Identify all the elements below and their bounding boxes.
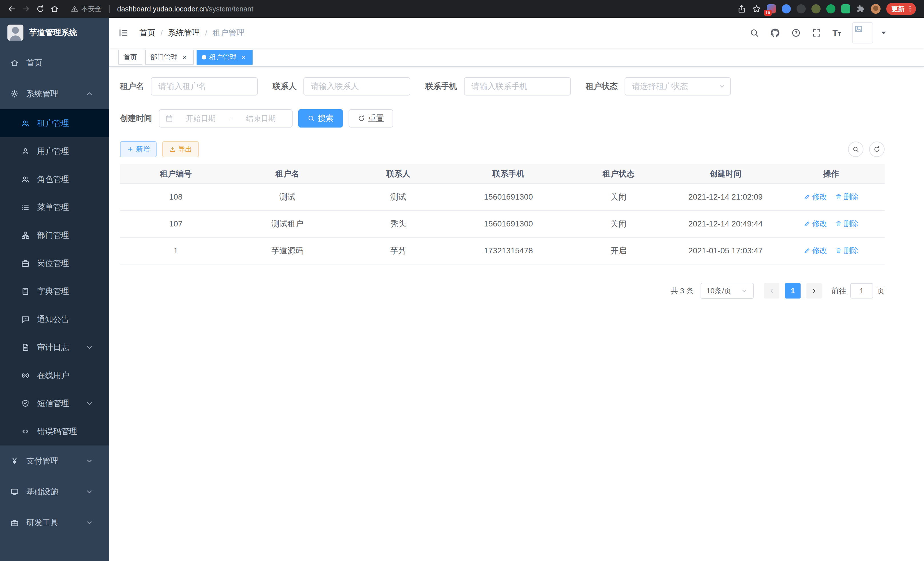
tab-1[interactable]: 部门管理× — [145, 50, 194, 65]
sidebar-item-label: 字典管理 — [37, 286, 69, 297]
sidebar-item-0[interactable]: 首页 — [0, 47, 109, 78]
sidebar-item-14[interactable]: 支付管理 — [0, 445, 109, 476]
cell-tenant-name: 测试 — [232, 183, 344, 211]
tool-icon — [10, 518, 19, 527]
contact-input[interactable] — [303, 77, 410, 96]
sidebar-item-7[interactable]: 岗位管理 — [0, 249, 109, 277]
fullscreen-icon[interactable] — [812, 28, 821, 38]
sidebar-item-15[interactable]: 基础设施 — [0, 476, 109, 507]
github-icon[interactable] — [770, 28, 780, 38]
tab-0[interactable]: 首页 — [118, 50, 142, 65]
address-bar[interactable]: 不安全 dashboard.yudao.iocoder.cn/system/te… — [71, 4, 254, 14]
status-select-input[interactable] — [625, 77, 731, 96]
chevron-down-icon — [85, 457, 94, 465]
tenant-name-input[interactable] — [151, 77, 258, 96]
url-path: /system/tenant — [207, 5, 254, 13]
sidebar-item-8[interactable]: 字典管理 — [0, 277, 109, 305]
extensions-puzzle-icon[interactable] — [856, 4, 865, 14]
cell-actions: 修改删除 — [777, 183, 885, 211]
goto-page-input[interactable] — [850, 283, 873, 299]
extension-green-circle-icon[interactable] — [826, 4, 836, 14]
sidebar-item-5[interactable]: 菜单管理 — [0, 193, 109, 221]
add-button-label: 新增 — [136, 145, 150, 154]
phone-input[interactable] — [464, 77, 571, 96]
sidebar-item-13[interactable]: 错误码管理 — [0, 417, 109, 445]
cell-created: 2021-01-05 17:03:47 — [674, 237, 777, 264]
help-icon[interactable] — [791, 28, 801, 38]
delete-link[interactable]: 删除 — [835, 192, 859, 202]
topbar-icons: TT — [749, 22, 889, 44]
browser-chrome: 不安全 dashboard.yudao.iocoder.cn/system/te… — [0, 0, 924, 18]
bookmark-star-icon[interactable] — [752, 4, 761, 14]
sidebar-item-label: 支付管理 — [26, 456, 58, 466]
caret-down-icon[interactable] — [879, 28, 889, 38]
create-time-label: 创建时间 — [120, 113, 159, 124]
font-size-icon[interactable]: TT — [832, 29, 841, 37]
sidebar-item-10[interactable]: 审计日志 — [0, 333, 109, 361]
delete-link[interactable]: 删除 — [835, 246, 859, 256]
edit-icon — [804, 193, 811, 200]
status-select[interactable] — [625, 77, 731, 96]
header-search-icon[interactable] — [749, 28, 759, 38]
extension-olive-icon[interactable] — [812, 4, 820, 14]
badge-icon — [21, 259, 30, 268]
prev-page-button[interactable] — [764, 283, 779, 299]
share-icon[interactable] — [737, 4, 746, 14]
filter-status: 租户状态 — [586, 77, 731, 96]
sidebar-item-2[interactable]: 租户管理 — [0, 109, 109, 137]
page-1-button[interactable]: 1 — [785, 283, 801, 299]
trash-icon — [835, 247, 842, 254]
extension-dark-icon[interactable] — [796, 4, 806, 14]
browser-reload-icon[interactable] — [33, 2, 47, 16]
refresh-table-button[interactable] — [869, 141, 885, 157]
chevron-down-icon — [718, 83, 726, 90]
add-button[interactable]: 新增 — [120, 141, 157, 157]
edit-link[interactable]: 修改 — [804, 246, 827, 256]
log-icon — [21, 343, 30, 352]
browser-home-icon[interactable] — [47, 2, 62, 16]
chrome-update-button[interactable]: 更新 — [886, 3, 916, 15]
next-page-button[interactable] — [806, 283, 822, 299]
toggle-search-button[interactable] — [848, 141, 863, 157]
edit-link[interactable]: 修改 — [804, 192, 827, 202]
refresh-icon — [873, 146, 880, 153]
tab-2[interactable]: 租户管理× — [196, 50, 253, 65]
tab-close-icon[interactable]: × — [239, 53, 248, 61]
extension-grid-icon[interactable]: 10 — [767, 4, 776, 14]
browser-profile-avatar[interactable] — [871, 4, 880, 14]
sidebar-item-11[interactable]: 在线用户 — [0, 361, 109, 390]
breadcrumb-item-0[interactable]: 首页 — [140, 27, 155, 38]
sidebar-collapse-icon[interactable] — [118, 28, 129, 38]
edit-link[interactable]: 修改 — [804, 219, 827, 229]
sidebar: 芋道管理系统 首页系统管理租户管理用户管理角色管理菜单管理部门管理岗位管理字典管… — [0, 18, 109, 561]
page-size-select[interactable]: 10条/页 — [700, 283, 754, 299]
date-range-picker[interactable]: 开始日期 - 结束日期 — [159, 109, 292, 128]
app-logo[interactable]: 芋道管理系统 — [0, 18, 109, 47]
extension-blue-icon[interactable] — [782, 4, 791, 14]
sidebar-item-label: 基础设施 — [26, 486, 58, 497]
breadcrumb: 首页/系统管理/租户管理 — [140, 27, 244, 38]
sidebar-item-label: 错误码管理 — [37, 426, 77, 437]
sidebar-item-3[interactable]: 用户管理 — [0, 137, 109, 165]
browser-back-icon[interactable] — [4, 2, 19, 16]
export-button[interactable]: 导出 — [162, 141, 199, 157]
breadcrumb-item-1[interactable]: 系统管理 — [168, 27, 200, 38]
sidebar-item-6[interactable]: 部门管理 — [0, 221, 109, 249]
tab-close-icon[interactable]: × — [181, 53, 189, 61]
user-avatar[interactable] — [852, 22, 873, 44]
browser-forward-icon[interactable] — [19, 2, 33, 16]
sidebar-item-4[interactable]: 角色管理 — [0, 165, 109, 193]
url-host: dashboard.yudao.iocoder.cn — [117, 5, 207, 13]
chevron-right-icon — [811, 287, 818, 294]
security-warning[interactable]: 不安全 — [71, 4, 102, 14]
extension-green-square-icon[interactable] — [841, 4, 850, 14]
sidebar-item-1[interactable]: 系统管理 — [0, 78, 109, 109]
search-button[interactable]: 搜索 — [298, 109, 343, 128]
yen-icon — [10, 457, 19, 465]
reset-button[interactable]: 重置 — [349, 109, 393, 128]
sidebar-item-9[interactable]: 通知公告 — [0, 305, 109, 333]
sidebar-item-16[interactable]: 研发工具 — [0, 507, 109, 538]
breadcrumb-separator: / — [160, 28, 163, 38]
sidebar-item-12[interactable]: 短信管理 — [0, 390, 109, 417]
delete-link[interactable]: 删除 — [835, 219, 859, 229]
